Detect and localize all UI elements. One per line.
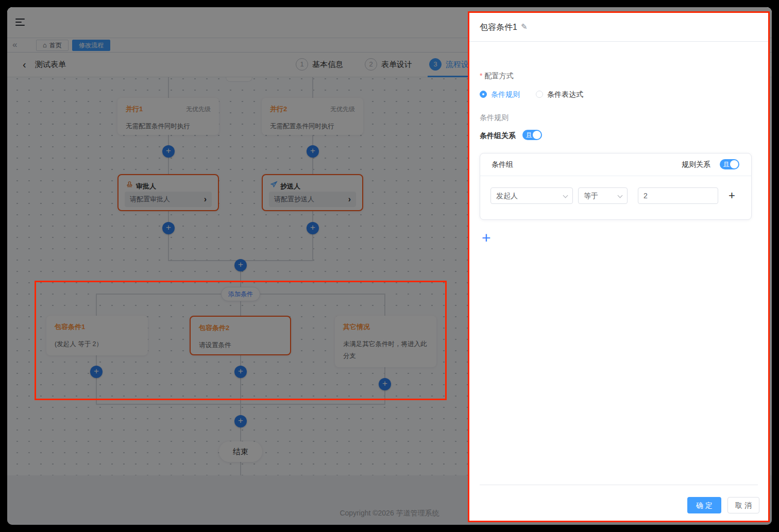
condition-rule-section-label: 条件规则: [480, 113, 509, 123]
switch-and-label: 且: [723, 161, 730, 168]
operator-select[interactable]: 等于: [578, 187, 628, 204]
group-relation-label: 条件组关系: [480, 131, 516, 141]
condition-group-card: 条件组 规则关系 且 发起人 等于 +: [480, 153, 752, 220]
switch-knob: [730, 160, 738, 168]
rule-relation-label: 规则关系: [682, 160, 710, 169]
switch-knob: [533, 131, 541, 139]
add-rule-button[interactable]: +: [729, 191, 735, 201]
radio-condition-rule-label[interactable]: 条件规则: [491, 90, 520, 99]
drawer-footer-divider: [480, 485, 758, 485]
group-relation-switch[interactable]: 且: [522, 130, 542, 140]
cancel-button[interactable]: 取 消: [727, 497, 759, 513]
radio-condition-expression-label[interactable]: 条件表达式: [547, 90, 583, 99]
required-asterisk: *: [480, 72, 482, 80]
annotation-highlight-condition-branch: [35, 281, 447, 400]
radio-condition-expression[interactable]: [536, 91, 543, 98]
chevron-down-icon: [563, 193, 568, 198]
app-window: « ⌂首页 修改流程 ‹ 测试表单 1基本信息 2表单设计 3流程设计: [7, 7, 772, 525]
drawer-header: 包容条件1 ✎: [469, 13, 768, 42]
condition-value-input[interactable]: [638, 187, 718, 204]
edit-pencil-icon[interactable]: ✎: [521, 22, 528, 31]
drawer-title: 包容条件1: [480, 22, 517, 33]
condition-group-title: 条件组: [492, 160, 513, 169]
rule-relation-switch[interactable]: 且: [720, 159, 739, 169]
field-select-value: 发起人: [496, 192, 518, 200]
condition-group-header: 条件组 规则关系 且: [480, 153, 751, 176]
chevron-down-icon: [618, 193, 623, 198]
condition-config-drawer: 包容条件1 ✎ *配置方式 条件规则 条件表达式 条件规则 条件组关系 且 条件…: [468, 11, 770, 522]
operator-select-value: 等于: [584, 192, 598, 200]
radio-condition-rule[interactable]: [480, 91, 487, 98]
confirm-button[interactable]: 确 定: [687, 497, 721, 513]
add-condition-group-button[interactable]: +: [482, 231, 491, 245]
switch-and-label: 且: [526, 131, 532, 139]
config-method-label: *配置方式: [480, 72, 513, 81]
field-select[interactable]: 发起人: [490, 187, 573, 204]
